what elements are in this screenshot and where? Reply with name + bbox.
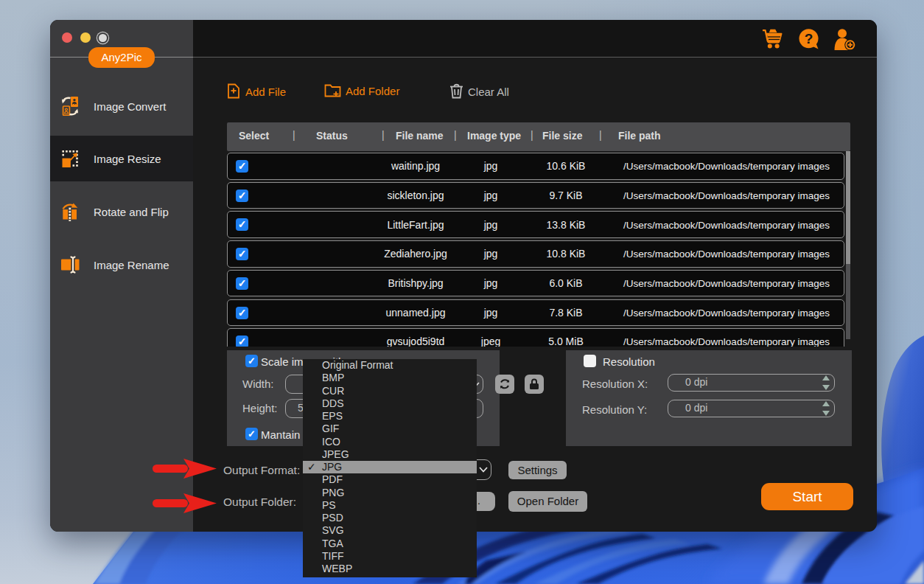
svg-text:?: ?	[805, 31, 813, 46]
